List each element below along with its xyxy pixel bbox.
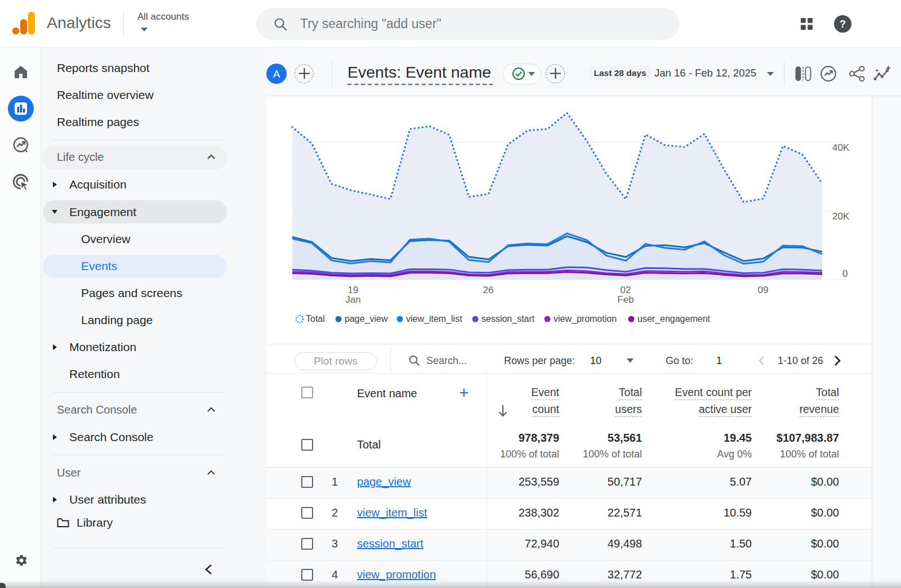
svg-text:Jan: Jan xyxy=(345,294,360,305)
svg-text:26: 26 xyxy=(483,285,494,295)
svg-text:view_item_list: view_item_list xyxy=(406,314,462,324)
svg-text:?: ? xyxy=(840,19,846,30)
svg-text:page_view: page_view xyxy=(345,314,388,324)
svg-text:view_promotion: view_promotion xyxy=(554,314,617,324)
svg-text:A: A xyxy=(273,68,280,80)
svg-text:09: 09 xyxy=(758,285,769,295)
svg-text:40K: 40K xyxy=(832,142,850,153)
svg-text:Feb: Feb xyxy=(617,294,634,305)
svg-text:20K: 20K xyxy=(832,211,850,222)
svg-text:Total: Total xyxy=(306,314,325,324)
svg-text:session_start: session_start xyxy=(481,314,535,324)
svg-text:user_engagement: user_engagement xyxy=(637,314,711,324)
svg-text:0: 0 xyxy=(842,268,848,279)
